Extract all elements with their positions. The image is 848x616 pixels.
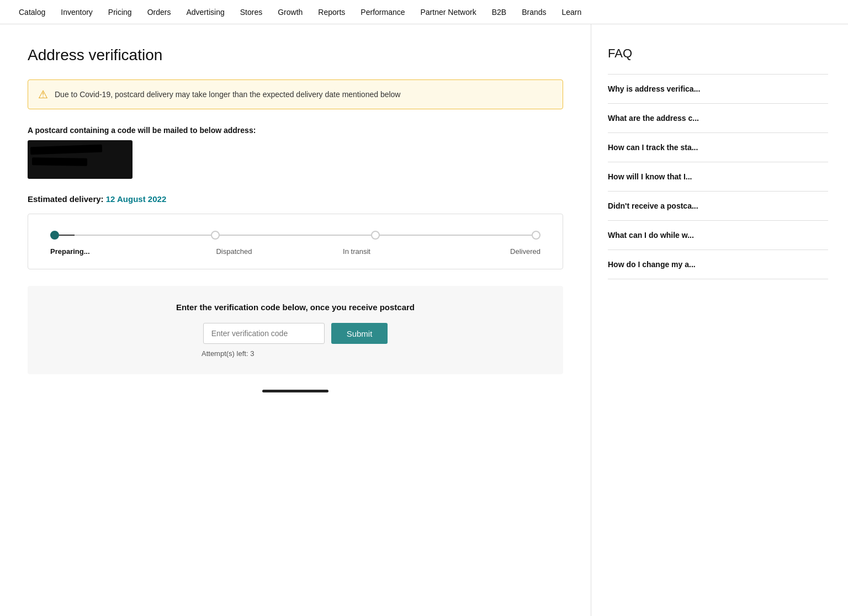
- nav-item-performance[interactable]: Performance: [353, 0, 412, 24]
- attempts-left: Attempt(s) left: 3: [202, 349, 541, 358]
- verification-code-input[interactable]: [203, 323, 325, 344]
- verification-instruction: Enter the verification code below, once …: [50, 302, 541, 312]
- nav-item-growth[interactable]: Growth: [270, 0, 310, 24]
- estimated-delivery: Estimated delivery: 12 August 2022: [28, 194, 563, 204]
- faq-question-5: What can I do while w...: [608, 231, 828, 240]
- faq-item-3[interactable]: How will I know that I...: [608, 162, 828, 192]
- nav-item-brands[interactable]: Brands: [514, 0, 554, 24]
- progress-tracker: Preparing... Dispatched In transit Deliv…: [28, 214, 563, 269]
- faq-item-5[interactable]: What can I do while w...: [608, 221, 828, 250]
- faq-item-6[interactable]: How do I change my a...: [608, 250, 828, 279]
- faq-title: FAQ: [608, 46, 828, 61]
- nav-item-advertising[interactable]: Advertising: [178, 0, 232, 24]
- scroll-bar: [262, 390, 328, 392]
- nav-item-reports[interactable]: Reports: [310, 0, 353, 24]
- progress-line-bg: [50, 235, 540, 236]
- progress-dot-dispatched: [211, 231, 220, 240]
- top-navigation: CatalogInventoryPricingOrdersAdvertising…: [0, 0, 848, 24]
- faq-item-4[interactable]: Didn't receive a postca...: [608, 192, 828, 221]
- faq-item-0[interactable]: Why is address verifica...: [608, 74, 828, 104]
- faq-question-0: Why is address verifica...: [608, 84, 828, 93]
- delivery-label: Estimated delivery:: [28, 194, 104, 204]
- redacted-address: [28, 140, 132, 179]
- nav-item-partner-network[interactable]: Partner Network: [413, 0, 484, 24]
- step-label-in-transit: In transit: [295, 247, 418, 256]
- step-label-preparing: Preparing...: [50, 247, 173, 256]
- address-section: A postcard containing a code will be mai…: [28, 126, 563, 179]
- nav-item-learn[interactable]: Learn: [554, 0, 589, 24]
- nav-item-pricing[interactable]: Pricing: [100, 0, 140, 24]
- faq-question-2: How can I track the sta...: [608, 143, 828, 152]
- progress-dot-preparing: [50, 231, 59, 240]
- faq-question-1: What are the address c...: [608, 114, 828, 123]
- faq-items-container: Why is address verifica...What are the a…: [608, 74, 828, 279]
- progress-dot-in-transit: [371, 231, 380, 240]
- faq-sidebar: FAQ Why is address verifica...What are t…: [591, 24, 845, 616]
- page-layout: Address verification ⚠ Due to Covid-19, …: [0, 24, 848, 616]
- verification-box: Enter the verification code below, once …: [28, 286, 563, 374]
- address-label: A postcard containing a code will be mai…: [28, 126, 563, 135]
- covid-banner: ⚠ Due to Covid-19, postcard delivery may…: [28, 79, 563, 109]
- nav-item-stores[interactable]: Stores: [232, 0, 270, 24]
- page-title: Address verification: [28, 46, 563, 64]
- submit-button[interactable]: Submit: [331, 323, 388, 344]
- faq-question-4: Didn't receive a postca...: [608, 201, 828, 210]
- delivery-date: 12 August 2022: [106, 194, 167, 204]
- main-content: Address verification ⚠ Due to Covid-19, …: [0, 24, 591, 616]
- step-label-dispatched: Dispatched: [173, 247, 295, 256]
- scroll-indicator: [28, 374, 563, 400]
- progress-line-container: [50, 231, 540, 240]
- progress-labels: Preparing... Dispatched In transit Deliv…: [50, 247, 540, 256]
- covid-banner-text: Due to Covid-19, postcard delivery may t…: [55, 90, 400, 99]
- step-label-delivered: Delivered: [418, 247, 540, 256]
- nav-item-orders[interactable]: Orders: [140, 0, 179, 24]
- faq-question-3: How will I know that I...: [608, 172, 828, 181]
- verification-input-row: Submit: [50, 323, 541, 344]
- faq-item-2[interactable]: How can I track the sta...: [608, 133, 828, 162]
- warning-icon: ⚠: [38, 88, 48, 101]
- progress-dot-delivered: [532, 231, 540, 240]
- faq-item-1[interactable]: What are the address c...: [608, 104, 828, 133]
- faq-question-6: How do I change my a...: [608, 260, 828, 269]
- nav-item-b2b[interactable]: B2B: [484, 0, 514, 24]
- nav-item-catalog[interactable]: Catalog: [11, 0, 53, 24]
- nav-item-inventory[interactable]: Inventory: [53, 0, 100, 24]
